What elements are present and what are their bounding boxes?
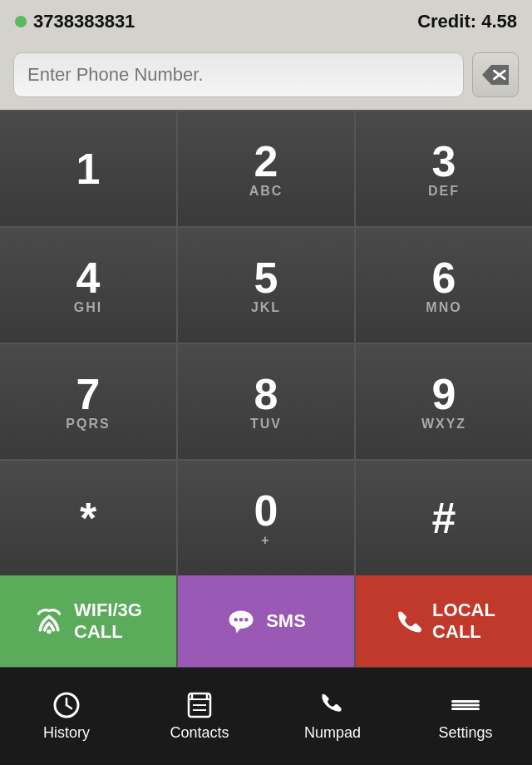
nav-contacts[interactable]: Contacts <box>133 668 266 765</box>
dial-key-3[interactable]: 3DEF <box>356 111 532 226</box>
wifi-call-button[interactable]: WIFI/3G CALL <box>0 575 176 667</box>
history-icon <box>52 691 81 719</box>
dial-key-7[interactable]: 7PQRS <box>0 344 176 459</box>
history-label: History <box>43 724 90 742</box>
nav-history[interactable]: History <box>0 668 133 765</box>
contacts-icon <box>185 691 214 719</box>
status-dot <box>15 16 27 27</box>
dial-key-2[interactable]: 2ABC <box>178 111 354 226</box>
contacts-label: Contacts <box>170 724 229 742</box>
action-row: WIFI/3G CALL SMS LOCAL CALL <box>0 575 532 667</box>
svg-rect-18 <box>451 700 480 703</box>
svg-rect-20 <box>451 708 480 710</box>
dial-key-#[interactable]: # <box>356 461 532 575</box>
settings-icon <box>451 691 480 719</box>
dial-key-9[interactable]: 9WXYZ <box>356 344 532 459</box>
svg-point-8 <box>244 618 249 622</box>
svg-line-11 <box>66 705 71 708</box>
dial-key-8[interactable]: 8TUV <box>178 344 354 459</box>
svg-point-3 <box>47 629 51 634</box>
nav-numpad[interactable]: Numpad <box>266 668 399 765</box>
dial-key-*[interactable]: * <box>0 461 176 575</box>
sms-button[interactable]: SMS <box>178 575 354 667</box>
numpad-label: Numpad <box>304 724 361 742</box>
credit-display: Credit: 4.58 <box>417 11 517 32</box>
dial-key-5[interactable]: 5JKL <box>178 228 354 343</box>
bottom-nav: History Contacts Numpad Settings <box>0 667 532 765</box>
dialpad: 12ABC3DEF4GHI5JKL6MNO7PQRS8TUV9WXYZ*0+# <box>0 110 532 575</box>
settings-label: Settings <box>438 724 492 742</box>
svg-point-6 <box>234 618 239 622</box>
svg-marker-0 <box>482 65 509 85</box>
dial-key-6[interactable]: 6MNO <box>356 228 532 343</box>
local-call-button[interactable]: LOCAL CALL <box>356 575 532 667</box>
sms-icon <box>226 606 256 636</box>
dial-key-1[interactable]: 1 <box>0 111 176 226</box>
local-call-label: LOCAL CALL <box>432 600 495 644</box>
svg-rect-19 <box>451 704 480 707</box>
dial-key-4[interactable]: 4GHI <box>0 228 176 343</box>
backspace-button[interactable] <box>472 52 519 97</box>
status-bar: 3738383831 Credit: 4.58 <box>0 0 532 43</box>
svg-point-7 <box>239 618 244 622</box>
dial-key-0[interactable]: 0+ <box>178 461 354 575</box>
numpad-icon <box>318 691 347 719</box>
phone-number: 3738383831 <box>33 11 135 32</box>
phone-input[interactable] <box>13 52 464 97</box>
wifi-call-icon <box>34 606 64 636</box>
sms-label: SMS <box>266 610 306 632</box>
input-area <box>0 43 532 110</box>
phone-number-status: 3738383831 <box>15 11 135 32</box>
nav-settings[interactable]: Settings <box>399 668 532 765</box>
backspace-icon <box>482 62 509 88</box>
wifi-call-label: WIFI/3G CALL <box>74 600 142 644</box>
local-call-icon <box>392 606 422 636</box>
